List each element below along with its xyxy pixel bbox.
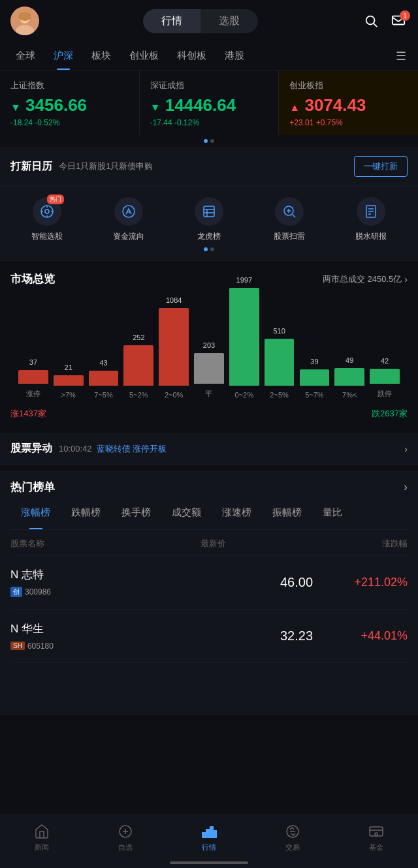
- bottom-nav-trade[interactable]: 交易: [251, 820, 334, 855]
- hot-rankings: 热门榜单 › 涨幅榜 跌幅榜 换手榜 成交额 涨速榜 振幅榜 量比 股票名称 最…: [0, 471, 418, 715]
- abnormal-chevron-icon: ›: [404, 444, 408, 454]
- market-section-header: 市场总览 两市总成交 2450.5亿 ›: [10, 271, 408, 287]
- report-icon: [357, 197, 385, 226]
- quick-item-smartselect[interactable]: 热门 智能选股: [25, 197, 69, 242]
- header-icons: 1: [362, 12, 408, 30]
- ranking-tab-turnover[interactable]: 换手榜: [111, 503, 161, 523]
- ranking-tab-rise[interactable]: 涨幅榜: [10, 503, 61, 523]
- bottom-label-watchlist: 自选: [118, 843, 133, 852]
- bar-col-7: 510 2~5%: [262, 327, 297, 399]
- index-card-shanghai[interactable]: 上证指数 ▼ 3456.66 -18.24 -0.52%: [0, 70, 140, 135]
- ranking-tab-fall[interactable]: 跌幅榜: [61, 503, 111, 523]
- avatar[interactable]: [10, 7, 39, 35]
- hot-badge: 热门: [47, 194, 64, 204]
- stockscan-icon: [275, 197, 304, 226]
- stock-change-0: +211.02%: [329, 576, 408, 589]
- abnormal-section[interactable]: 股票异动 10:00:42 蓝晓转债 涨停开板 ›: [0, 433, 418, 465]
- svg-rect-31: [206, 829, 209, 837]
- stock-row-1[interactable]: N 华生 SH 605180 32.23 +44.01%: [10, 610, 408, 663]
- cashflow-label: 资金流向: [113, 231, 144, 242]
- svg-rect-33: [214, 831, 217, 837]
- chevron-icon: ›: [404, 274, 408, 285]
- nav-more-icon[interactable]: ☰: [391, 44, 411, 69]
- abnormal-tag: 蓝晓转债 涨停开板: [97, 444, 167, 454]
- stock-price-0: 46.00: [264, 575, 329, 590]
- page-dot-2: [210, 247, 214, 251]
- stock-row-0[interactable]: N 志特 创 300986 46.00 +211.02%: [10, 555, 408, 610]
- fund-icon: [368, 823, 385, 840]
- ranking-tab-volratio[interactable]: 量比: [312, 503, 353, 523]
- bottom-label-news: 新闻: [35, 843, 49, 852]
- bottom-nav-news[interactable]: 新闻: [0, 820, 84, 855]
- nav-tab-sector[interactable]: 板块: [82, 42, 120, 70]
- ranking-tab-volume[interactable]: 成交额: [161, 503, 212, 523]
- dot-1: [204, 139, 208, 143]
- nav-tab-shenzhen[interactable]: 沪深: [44, 42, 82, 70]
- dragontigerboard-icon: [195, 197, 223, 226]
- market-bar-chart: 37 涨停 21 >7% 43 7~5% 252 5~2% 1084 2~0% …: [10, 294, 408, 399]
- quick-item-dragontiger[interactable]: 龙虎榜: [188, 197, 230, 242]
- nav-tab-hk[interactable]: 港股: [216, 42, 253, 70]
- nav-tab-chuangye[interactable]: 创业板: [120, 42, 168, 70]
- bar-col-1: 21 >7%: [51, 364, 86, 399]
- page-dot-1: [204, 247, 208, 251]
- svg-point-4: [366, 16, 375, 25]
- market-overview: 市场总览 两市总成交 2450.5亿 › 37 涨停 21 >7% 43 7~5…: [0, 261, 418, 399]
- page-dots: [0, 242, 418, 254]
- index-card-chinext[interactable]: 创业板指 ▲ 3074.43 +23.01 +0.75%: [279, 70, 418, 135]
- nav-tab-kechuang[interactable]: 科创板: [168, 42, 216, 70]
- dragontigerboard-label: 龙虎榜: [197, 231, 221, 242]
- nav-tab-global[interactable]: 全球: [7, 42, 44, 70]
- smartselect-label: 智能选股: [31, 231, 63, 242]
- ipo-title: 打新日历: [10, 160, 52, 174]
- market-icon: [201, 823, 217, 840]
- stock-info-1: N 华生 SH 605180: [10, 621, 264, 651]
- bottom-nav-watchlist[interactable]: 自选: [84, 820, 167, 855]
- quick-item-report[interactable]: 脱水研报: [349, 197, 393, 242]
- stockscan-label: 股票扫雷: [274, 231, 305, 242]
- smartselect-icon: 热门: [33, 197, 61, 226]
- tab-select[interactable]: 选股: [201, 9, 258, 33]
- abnormal-info: 10:00:42 蓝晓转债 涨停开板: [59, 443, 398, 455]
- message-badge: 1: [400, 10, 410, 21]
- ipo-section: 打新日历 今日1只新股1只新债申购 一键打新: [0, 147, 418, 187]
- bar-col-10: 42 跌停: [367, 357, 402, 399]
- app-header: 行情 选股 1: [0, 0, 418, 42]
- svg-rect-30: [202, 833, 205, 837]
- header-tabs: 行情 选股: [46, 9, 355, 33]
- hot-rankings-title: 热门榜单: [10, 480, 55, 495]
- bottom-nav-market[interactable]: 行情: [167, 820, 251, 855]
- index-card-shenzhen[interactable]: 深证成指 ▼ 14446.64 -17.44 -0.12%: [140, 70, 280, 135]
- svg-point-3: [18, 12, 31, 21]
- quick-actions: 热门 智能选股 资金流向 龙: [0, 187, 418, 261]
- bottom-nav: 新闻 自选 行情 交易: [0, 814, 418, 868]
- quick-item-cashflow[interactable]: 资金流向: [106, 197, 151, 242]
- ipo-button[interactable]: 一键打新: [354, 156, 408, 177]
- quick-row: 热门 智能选股 资金流向 龙: [0, 197, 418, 242]
- ranking-tab-risespeed[interactable]: 涨速榜: [212, 503, 262, 523]
- quick-item-stockscan[interactable]: 股票扫雷: [267, 197, 312, 242]
- col-header-change: 涨跌幅: [382, 538, 408, 550]
- message-button[interactable]: 1: [389, 12, 408, 30]
- market-title: 市场总览: [10, 271, 55, 287]
- stock-change-1: +44.01%: [329, 629, 408, 643]
- watchlist-icon: [117, 823, 134, 840]
- index-cards: 上证指数 ▼ 3456.66 -18.24 -0.52% 深证成指 ▼ 1444…: [0, 70, 418, 135]
- stock-code-1: SH 605180: [10, 642, 54, 651]
- bar-col-6: 1997 0~2%: [227, 276, 262, 399]
- fall-count: 跌2637家: [372, 408, 408, 420]
- bottom-nav-fund[interactable]: 基金: [334, 820, 418, 855]
- bar-col-4: 1084 2~0%: [156, 296, 191, 399]
- ranking-tab-amplitude[interactable]: 振幅榜: [262, 503, 312, 523]
- market-volume[interactable]: 两市总成交 2450.5亿 ›: [323, 273, 408, 285]
- home-indicator: [170, 861, 248, 864]
- abnormal-title: 股票异动: [10, 442, 52, 456]
- market-tag-1: SH: [10, 642, 25, 650]
- index-name-chinext: 创业板指: [289, 80, 408, 91]
- ranking-col-header: 股票名称 最新价 涨跌幅: [10, 530, 408, 555]
- tab-market[interactable]: 行情: [143, 9, 201, 33]
- index-name-shenzhen: 深证成指: [150, 80, 268, 91]
- search-button[interactable]: [362, 12, 380, 30]
- hot-rankings-chevron-icon[interactable]: ›: [404, 480, 408, 494]
- svg-rect-32: [210, 827, 213, 837]
